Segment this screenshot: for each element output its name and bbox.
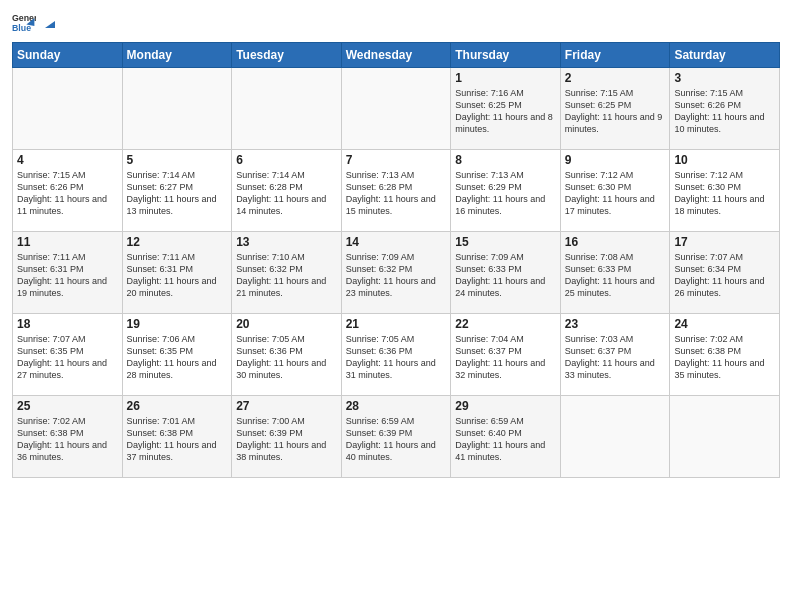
day-number: 15 [455, 235, 556, 249]
calendar-cell: 22Sunrise: 7:04 AM Sunset: 6:37 PM Dayli… [451, 314, 561, 396]
calendar-cell: 14Sunrise: 7:09 AM Sunset: 6:32 PM Dayli… [341, 232, 451, 314]
header: General Blue [12, 10, 780, 34]
day-number: 25 [17, 399, 118, 413]
day-number: 2 [565, 71, 666, 85]
day-number: 26 [127, 399, 228, 413]
day-info: Sunrise: 7:02 AM Sunset: 6:38 PM Dayligh… [17, 415, 118, 464]
calendar-cell: 15Sunrise: 7:09 AM Sunset: 6:33 PM Dayli… [451, 232, 561, 314]
day-info: Sunrise: 7:14 AM Sunset: 6:27 PM Dayligh… [127, 169, 228, 218]
day-number: 10 [674, 153, 775, 167]
calendar-week-row: 1Sunrise: 7:16 AM Sunset: 6:25 PM Daylig… [13, 68, 780, 150]
day-number: 19 [127, 317, 228, 331]
day-number: 27 [236, 399, 337, 413]
day-number: 14 [346, 235, 447, 249]
calendar-cell: 17Sunrise: 7:07 AM Sunset: 6:34 PM Dayli… [670, 232, 780, 314]
day-info: Sunrise: 7:07 AM Sunset: 6:35 PM Dayligh… [17, 333, 118, 382]
calendar-cell: 25Sunrise: 7:02 AM Sunset: 6:38 PM Dayli… [13, 396, 123, 478]
day-of-week-header: Monday [122, 43, 232, 68]
calendar-cell: 23Sunrise: 7:03 AM Sunset: 6:37 PM Dayli… [560, 314, 670, 396]
calendar-cell: 13Sunrise: 7:10 AM Sunset: 6:32 PM Dayli… [232, 232, 342, 314]
day-of-week-header: Wednesday [341, 43, 451, 68]
calendar-cell: 12Sunrise: 7:11 AM Sunset: 6:31 PM Dayli… [122, 232, 232, 314]
day-info: Sunrise: 7:07 AM Sunset: 6:34 PM Dayligh… [674, 251, 775, 300]
day-info: Sunrise: 7:09 AM Sunset: 6:32 PM Dayligh… [346, 251, 447, 300]
calendar-header-row: SundayMondayTuesdayWednesdayThursdayFrid… [13, 43, 780, 68]
day-number: 28 [346, 399, 447, 413]
calendar-cell: 24Sunrise: 7:02 AM Sunset: 6:38 PM Dayli… [670, 314, 780, 396]
day-number: 17 [674, 235, 775, 249]
calendar-cell [560, 396, 670, 478]
calendar-cell: 26Sunrise: 7:01 AM Sunset: 6:38 PM Dayli… [122, 396, 232, 478]
calendar-cell: 5Sunrise: 7:14 AM Sunset: 6:27 PM Daylig… [122, 150, 232, 232]
day-info: Sunrise: 7:15 AM Sunset: 6:26 PM Dayligh… [674, 87, 775, 136]
day-info: Sunrise: 7:13 AM Sunset: 6:28 PM Dayligh… [346, 169, 447, 218]
day-info: Sunrise: 7:02 AM Sunset: 6:38 PM Dayligh… [674, 333, 775, 382]
day-number: 12 [127, 235, 228, 249]
logo-arrow-icon [41, 14, 59, 32]
day-number: 4 [17, 153, 118, 167]
day-info: Sunrise: 7:09 AM Sunset: 6:33 PM Dayligh… [455, 251, 556, 300]
day-info: Sunrise: 7:11 AM Sunset: 6:31 PM Dayligh… [127, 251, 228, 300]
calendar-cell: 10Sunrise: 7:12 AM Sunset: 6:30 PM Dayli… [670, 150, 780, 232]
day-info: Sunrise: 7:01 AM Sunset: 6:38 PM Dayligh… [127, 415, 228, 464]
day-number: 9 [565, 153, 666, 167]
calendar-cell: 20Sunrise: 7:05 AM Sunset: 6:36 PM Dayli… [232, 314, 342, 396]
calendar-cell: 8Sunrise: 7:13 AM Sunset: 6:29 PM Daylig… [451, 150, 561, 232]
calendar-cell: 4Sunrise: 7:15 AM Sunset: 6:26 PM Daylig… [13, 150, 123, 232]
day-number: 3 [674, 71, 775, 85]
calendar-cell: 11Sunrise: 7:11 AM Sunset: 6:31 PM Dayli… [13, 232, 123, 314]
day-number: 16 [565, 235, 666, 249]
day-info: Sunrise: 7:15 AM Sunset: 6:26 PM Dayligh… [17, 169, 118, 218]
day-number: 11 [17, 235, 118, 249]
day-number: 1 [455, 71, 556, 85]
calendar-table: SundayMondayTuesdayWednesdayThursdayFrid… [12, 42, 780, 478]
day-of-week-header: Friday [560, 43, 670, 68]
day-info: Sunrise: 6:59 AM Sunset: 6:39 PM Dayligh… [346, 415, 447, 464]
logo: General Blue [12, 10, 59, 34]
calendar-cell: 27Sunrise: 7:00 AM Sunset: 6:39 PM Dayli… [232, 396, 342, 478]
calendar-cell: 6Sunrise: 7:14 AM Sunset: 6:28 PM Daylig… [232, 150, 342, 232]
day-number: 18 [17, 317, 118, 331]
calendar-cell: 7Sunrise: 7:13 AM Sunset: 6:28 PM Daylig… [341, 150, 451, 232]
day-number: 7 [346, 153, 447, 167]
calendar-cell: 1Sunrise: 7:16 AM Sunset: 6:25 PM Daylig… [451, 68, 561, 150]
day-number: 22 [455, 317, 556, 331]
logo-text-block [40, 12, 59, 32]
day-of-week-header: Saturday [670, 43, 780, 68]
day-info: Sunrise: 7:15 AM Sunset: 6:25 PM Dayligh… [565, 87, 666, 136]
day-number: 6 [236, 153, 337, 167]
calendar-week-row: 4Sunrise: 7:15 AM Sunset: 6:26 PM Daylig… [13, 150, 780, 232]
day-info: Sunrise: 7:12 AM Sunset: 6:30 PM Dayligh… [565, 169, 666, 218]
calendar-cell: 16Sunrise: 7:08 AM Sunset: 6:33 PM Dayli… [560, 232, 670, 314]
day-info: Sunrise: 7:12 AM Sunset: 6:30 PM Dayligh… [674, 169, 775, 218]
calendar-week-row: 11Sunrise: 7:11 AM Sunset: 6:31 PM Dayli… [13, 232, 780, 314]
calendar-cell: 9Sunrise: 7:12 AM Sunset: 6:30 PM Daylig… [560, 150, 670, 232]
day-info: Sunrise: 7:03 AM Sunset: 6:37 PM Dayligh… [565, 333, 666, 382]
calendar-cell: 19Sunrise: 7:06 AM Sunset: 6:35 PM Dayli… [122, 314, 232, 396]
calendar-cell: 21Sunrise: 7:05 AM Sunset: 6:36 PM Dayli… [341, 314, 451, 396]
calendar-cell [232, 68, 342, 150]
day-info: Sunrise: 7:05 AM Sunset: 6:36 PM Dayligh… [346, 333, 447, 382]
svg-marker-3 [45, 21, 55, 28]
day-number: 21 [346, 317, 447, 331]
svg-text:Blue: Blue [12, 23, 31, 33]
day-info: Sunrise: 7:10 AM Sunset: 6:32 PM Dayligh… [236, 251, 337, 300]
calendar-cell: 3Sunrise: 7:15 AM Sunset: 6:26 PM Daylig… [670, 68, 780, 150]
calendar-cell: 2Sunrise: 7:15 AM Sunset: 6:25 PM Daylig… [560, 68, 670, 150]
calendar-cell [341, 68, 451, 150]
day-number: 8 [455, 153, 556, 167]
day-info: Sunrise: 7:14 AM Sunset: 6:28 PM Dayligh… [236, 169, 337, 218]
day-info: Sunrise: 7:00 AM Sunset: 6:39 PM Dayligh… [236, 415, 337, 464]
day-of-week-header: Thursday [451, 43, 561, 68]
logo-icon: General Blue [12, 10, 36, 34]
day-number: 23 [565, 317, 666, 331]
calendar-cell [13, 68, 123, 150]
calendar-cell: 18Sunrise: 7:07 AM Sunset: 6:35 PM Dayli… [13, 314, 123, 396]
day-info: Sunrise: 7:16 AM Sunset: 6:25 PM Dayligh… [455, 87, 556, 136]
day-of-week-header: Tuesday [232, 43, 342, 68]
day-info: Sunrise: 7:06 AM Sunset: 6:35 PM Dayligh… [127, 333, 228, 382]
calendar-cell [670, 396, 780, 478]
day-number: 13 [236, 235, 337, 249]
day-number: 24 [674, 317, 775, 331]
day-info: Sunrise: 6:59 AM Sunset: 6:40 PM Dayligh… [455, 415, 556, 464]
